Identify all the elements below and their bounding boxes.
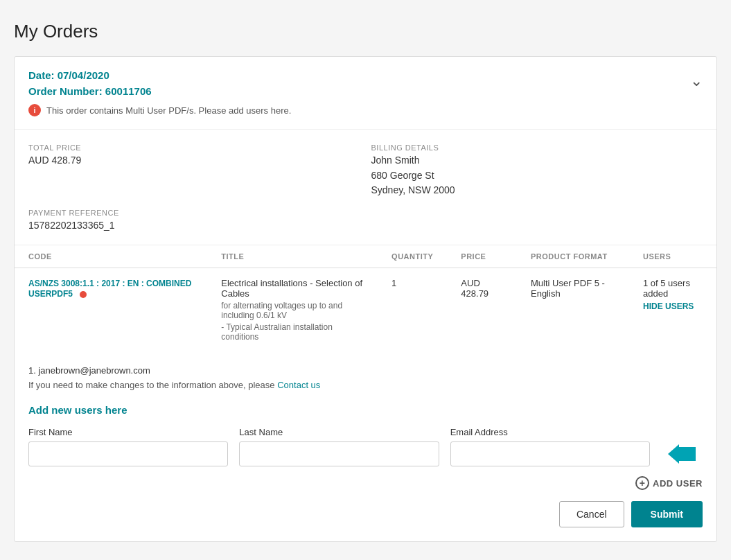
product-title-sub2: - Typical Australian installation condit…: [221, 322, 364, 342]
order-table: CODE TITLE QUANTITY PRICE PRODUCT FORMAT…: [15, 245, 716, 351]
col-title: TITLE: [207, 245, 378, 268]
add-user-circle-icon: +: [635, 476, 649, 490]
contact-us-link[interactable]: Contact us: [277, 380, 320, 390]
info-icon: i: [28, 104, 41, 116]
last-name-input[interactable]: [239, 441, 439, 466]
order-header[interactable]: Date: 07/04/2020 Order Number: 60011706 …: [15, 57, 716, 130]
email-group: Email Address: [450, 427, 650, 466]
chevron-down-icon[interactable]: ⌄: [690, 72, 703, 90]
total-price-label: Total Price: [28, 143, 360, 152]
billing-address: 680 George St Sydney, NSW 2000: [371, 168, 703, 198]
billing-label: BILLING DETAILS: [371, 143, 703, 152]
row-users: 1 of 5 users added HIDE USERS: [629, 268, 716, 352]
arrow-left-icon: [668, 443, 696, 465]
payment-ref-block: PAYMENT REFERENCE 15782202133365_1: [28, 209, 360, 231]
order-details: Total Price AUD 428.79 BILLING DETAILS J…: [15, 130, 716, 245]
product-title-main: Electrical installations - Selection of …: [221, 278, 364, 299]
users-section: 1. janebrown@janebrown.com If you need t…: [15, 351, 716, 541]
billing-addr1: 680 George St: [371, 170, 434, 181]
last-name-group: Last Name: [239, 427, 439, 466]
col-price: PRICE: [447, 245, 517, 268]
payment-ref-label: PAYMENT REFERENCE: [28, 209, 360, 217]
order-number: Order Number: 60011706: [28, 85, 291, 97]
billing-addr2: Sydney, NSW 2000: [371, 184, 455, 195]
first-name-label: First Name: [28, 427, 228, 437]
add-user-button[interactable]: + ADD USER: [635, 476, 703, 490]
col-product-format: PRODUCT FORMAT: [517, 245, 629, 268]
table-row: AS/NZS 3008:1.1 : 2017 : EN : COMBINED U…: [15, 268, 716, 352]
contact-note: If you need to make changes to the infor…: [28, 380, 703, 390]
hide-users-link[interactable]: HIDE USERS: [643, 301, 703, 311]
row-title: Electrical installations - Selection of …: [207, 268, 378, 352]
billing-block: BILLING DETAILS John Smith 680 George St…: [371, 143, 703, 198]
form-actions: Cancel Submit: [28, 501, 703, 527]
notice-text: This order contains Multi User PDF/s. Pl…: [46, 105, 291, 116]
cancel-button[interactable]: Cancel: [559, 501, 624, 527]
existing-user-email: 1. janebrown@janebrown.com: [28, 365, 703, 376]
arrow-icon-container: [661, 443, 703, 466]
product-code-link[interactable]: AS/NZS 3008:1.1 : 2017 : EN : COMBINED U…: [28, 279, 191, 299]
submit-button[interactable]: Submit: [631, 501, 703, 527]
order-header-left: Date: 07/04/2020 Order Number: 60011706 …: [28, 69, 291, 116]
payment-ref-value: 15782202133365_1: [28, 220, 360, 231]
dot-indicator: [80, 291, 87, 298]
first-name-group: First Name: [28, 427, 228, 466]
page-title: My Orders: [14, 21, 717, 42]
users-count: 1 of 5 users added: [643, 278, 703, 299]
table-header-row: CODE TITLE QUANTITY PRICE PRODUCT FORMAT…: [15, 245, 716, 268]
col-users: USERS: [629, 245, 716, 268]
total-price-block: Total Price AUD 428.79: [28, 143, 360, 198]
row-code: AS/NZS 3008:1.1 : 2017 : EN : COMBINED U…: [15, 268, 207, 352]
total-price-value: AUD 428.79: [28, 155, 360, 166]
add-user-label: ADD USER: [653, 478, 703, 489]
last-name-label: Last Name: [239, 427, 439, 437]
col-quantity: QUANTITY: [378, 245, 447, 268]
add-user-form-row: First Name Last Name Email Address: [28, 427, 703, 466]
svg-marker-0: [668, 444, 696, 464]
add-user-row: + ADD USER: [28, 476, 703, 490]
row-price: AUD 428.79: [447, 268, 517, 352]
product-title-sub1: for alternating voltages up to and inclu…: [221, 301, 364, 320]
billing-name: John Smith: [371, 155, 703, 166]
first-name-input[interactable]: [28, 441, 228, 466]
email-input[interactable]: [450, 441, 650, 466]
order-date: Date: 07/04/2020: [28, 69, 291, 81]
row-quantity: 1: [378, 268, 447, 352]
add-users-title: Add new users here: [28, 404, 703, 416]
row-format: Multi User PDF 5 - English: [517, 268, 629, 352]
col-code: CODE: [15, 245, 207, 268]
email-label: Email Address: [450, 427, 650, 437]
order-notice: i This order contains Multi User PDF/s. …: [28, 104, 291, 116]
contact-note-pre: If you need to make changes to the infor…: [28, 380, 275, 390]
order-card: Date: 07/04/2020 Order Number: 60011706 …: [14, 56, 717, 542]
